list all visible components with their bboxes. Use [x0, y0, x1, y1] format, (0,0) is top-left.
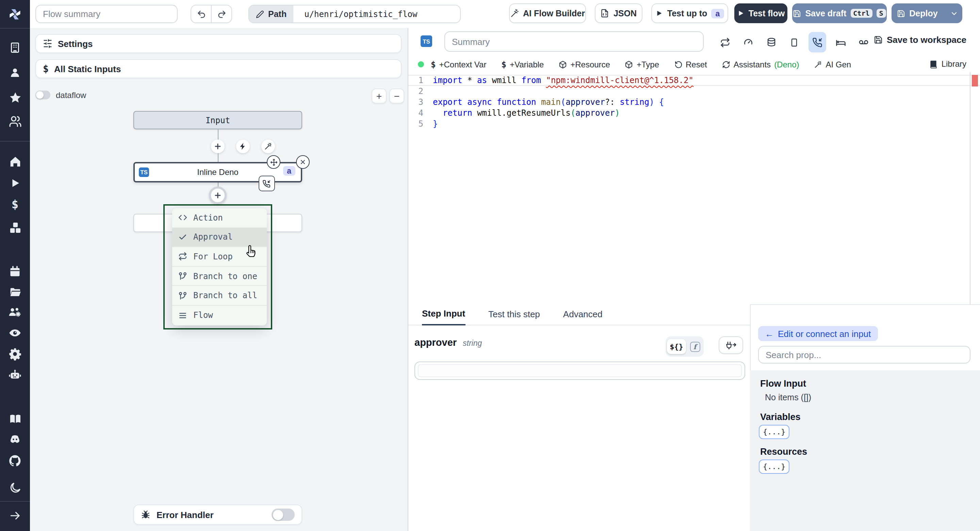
- cache-database-icon[interactable]: [764, 35, 778, 50]
- deploy-dropdown[interactable]: [945, 9, 964, 18]
- ai-robot-icon[interactable]: [0, 368, 30, 383]
- code-line[interactable]: 2: [408, 86, 980, 97]
- edge-line: [218, 129, 218, 140]
- library-button[interactable]: Library: [929, 59, 966, 69]
- git-branch-icon: [178, 291, 187, 300]
- delete-step-button[interactable]: [296, 155, 310, 169]
- graph-zoom-out-button[interactable]: −: [389, 88, 404, 104]
- workers-icon[interactable]: [0, 305, 30, 320]
- resources-boxes-icon[interactable]: [0, 220, 30, 235]
- connect-input-plug-button[interactable]: [719, 336, 743, 354]
- add-resource-button[interactable]: +Resource: [559, 59, 610, 69]
- all-static-inputs-button[interactable]: $ All Static Inputs: [35, 59, 401, 78]
- save-draft-button[interactable]: Save draft Ctrl S: [792, 3, 887, 23]
- menu-item-branch-to-all[interactable]: Branch to all: [172, 286, 267, 306]
- undo-button[interactable]: [191, 5, 212, 23]
- suspend-phone-incoming-icon-active[interactable]: [808, 32, 826, 53]
- resources-expand-chip[interactable]: {...}: [759, 459, 789, 474]
- wand-sparkles-icon: [510, 9, 519, 18]
- error-handler-card[interactable]: Error Handler: [134, 504, 302, 525]
- discord-icon[interactable]: [0, 432, 30, 446]
- settings-gear-icon[interactable]: [0, 346, 30, 362]
- code-line[interactable]: 5}: [408, 118, 980, 129]
- insert-step-button[interactable]: [211, 140, 224, 153]
- input-node[interactable]: Input: [134, 111, 302, 129]
- early-stop-gauge-icon[interactable]: [740, 35, 756, 50]
- expr-mode-button[interactable]: ${}: [667, 339, 686, 354]
- favorites-star-icon[interactable]: [0, 90, 30, 105]
- sliders-icon: [43, 39, 52, 48]
- search-prop-input[interactable]: [758, 346, 970, 364]
- redo-button[interactable]: [211, 5, 232, 23]
- expand-sidebar-arrow-icon[interactable]: [0, 508, 30, 523]
- menu-item-flow[interactable]: Flow: [172, 306, 267, 325]
- deploy-button[interactable]: Deploy: [891, 3, 962, 23]
- ai-flow-builder-button[interactable]: AI Flow Builder: [509, 3, 586, 23]
- code-line[interactable]: 4 return wmill.getResumeUrls(approver): [408, 108, 980, 118]
- edit-or-connect-button[interactable]: ← Edit or connect an input: [758, 326, 878, 341]
- editor-header: TS Save to workspace: [408, 28, 980, 57]
- field-value-input-wrap: [414, 362, 745, 380]
- assistants-button[interactable]: Assistants (Deno): [722, 59, 799, 69]
- add-type-button[interactable]: +Type: [625, 59, 659, 69]
- dark-mode-moon-icon[interactable]: [0, 480, 30, 495]
- test-up-to-button[interactable]: Test up to a: [651, 3, 728, 23]
- save-to-workspace-button[interactable]: Save to workspace: [874, 35, 966, 45]
- path-value: u/henri/optimistic_flow: [298, 9, 424, 19]
- user-icon[interactable]: [0, 65, 30, 80]
- path-field[interactable]: Path u/henri/optimistic_flow: [248, 5, 461, 23]
- add-variable-button[interactable]: $+Variable: [501, 59, 544, 69]
- wand-sparkles-icon: [264, 142, 272, 150]
- reset-button[interactable]: Reset: [674, 59, 707, 69]
- step-summary-input[interactable]: [444, 31, 704, 52]
- sidebar: $: [0, 0, 30, 531]
- variables-dollar-icon[interactable]: $: [0, 197, 30, 212]
- docs-book-icon[interactable]: [0, 411, 30, 426]
- insert-step-button-active[interactable]: [209, 187, 227, 204]
- code-editor[interactable]: 1import * as wmill from "npm:windmill-cl…: [408, 72, 980, 304]
- add-context-var-button[interactable]: $+Context Var: [431, 59, 486, 69]
- runs-play-icon[interactable]: [0, 175, 30, 191]
- github-icon[interactable]: [0, 453, 30, 468]
- fn-mode-button[interactable]: f: [687, 339, 702, 354]
- tab-advanced[interactable]: Advanced: [563, 309, 603, 325]
- voicemail-icon[interactable]: [856, 35, 871, 50]
- folders-icon[interactable]: [0, 285, 30, 300]
- refresh-icon: [722, 60, 730, 69]
- trigger-button[interactable]: [236, 140, 250, 153]
- flow-summary-input[interactable]: [35, 5, 178, 23]
- windmill-logo-icon[interactable]: [0, 5, 30, 23]
- error-handler-toggle[interactable]: [272, 509, 295, 521]
- variables-expand-chip[interactable]: {...}: [759, 425, 789, 439]
- code-line[interactable]: 1import * as wmill from "npm:windmill-cl…: [408, 75, 980, 86]
- schedules-calendar-icon[interactable]: [0, 264, 30, 279]
- graph-zoom-in-button[interactable]: +: [372, 88, 387, 104]
- mock-square-icon[interactable]: [787, 35, 802, 50]
- field-value-input[interactable]: [418, 364, 742, 377]
- ai-generate-step-button[interactable]: [261, 140, 275, 153]
- audit-eye-icon[interactable]: [0, 325, 30, 340]
- dataflow-toggle[interactable]: [35, 91, 50, 99]
- kbd-ctrl: Ctrl: [850, 9, 872, 18]
- tab-step-input[interactable]: Step Input: [422, 308, 465, 325]
- sleep-bed-icon[interactable]: [833, 35, 848, 50]
- chevron-down-icon: [950, 9, 958, 18]
- sidebar-divider: [0, 28, 30, 29]
- home-icon[interactable]: [0, 154, 30, 169]
- flow-settings-button[interactable]: Settings: [35, 34, 401, 53]
- plus-icon: [214, 142, 222, 150]
- tab-test-this-step[interactable]: Test this step: [488, 309, 540, 325]
- field-name: approver: [414, 337, 457, 348]
- pencil-icon: [256, 10, 264, 18]
- menu-item-action[interactable]: Action: [172, 208, 267, 228]
- code-icon: [178, 214, 187, 222]
- groups-icon[interactable]: [0, 114, 30, 129]
- retry-icon[interactable]: [717, 35, 732, 50]
- move-step-button[interactable]: [267, 155, 280, 169]
- code-line[interactable]: 3export async function main(approver?: s…: [408, 97, 980, 108]
- test-flow-button[interactable]: Test flow: [734, 3, 788, 23]
- workspace-icon[interactable]: [0, 40, 30, 55]
- menu-item-branch-to-one[interactable]: Branch to one: [172, 267, 267, 286]
- ai-gen-button[interactable]: AI Gen: [814, 59, 851, 69]
- json-button[interactable]: JSON: [595, 3, 643, 23]
